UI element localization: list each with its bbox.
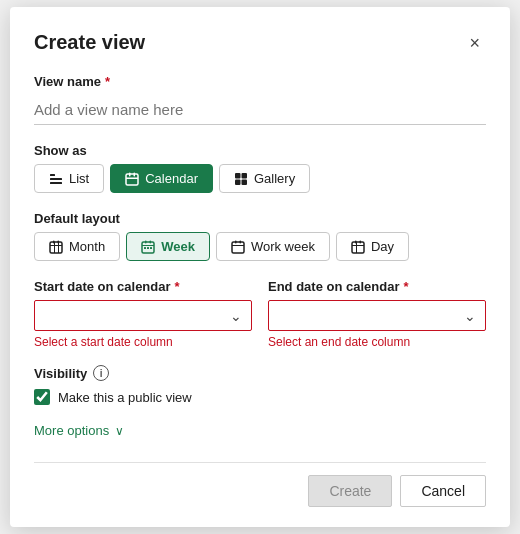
dialog-footer: Create Cancel [34, 462, 486, 507]
show-as-group: List Calendar [34, 164, 486, 193]
public-view-checkbox[interactable] [34, 389, 50, 405]
show-as-gallery-button[interactable]: Gallery [219, 164, 310, 193]
view-name-section: View name * [34, 74, 486, 125]
date-fields-row: Start date on calendar * Select a start … [34, 279, 486, 349]
show-as-calendar-label: Calendar [145, 171, 198, 186]
svg-rect-13 [54, 242, 55, 253]
show-as-calendar-button[interactable]: Calendar [110, 164, 213, 193]
end-date-select-wrapper [268, 300, 486, 331]
start-date-select[interactable] [34, 300, 252, 331]
svg-rect-21 [144, 247, 146, 249]
svg-rect-27 [239, 240, 241, 243]
show-as-section: Show as List [34, 143, 486, 193]
visibility-section: Visibility i Make this a public view [34, 365, 486, 405]
week-icon [141, 240, 155, 254]
svg-rect-20 [150, 240, 152, 243]
cancel-button[interactable]: Cancel [400, 475, 486, 507]
svg-rect-24 [232, 242, 244, 253]
visibility-label: Visibility i [34, 365, 486, 381]
svg-rect-2 [50, 182, 62, 184]
svg-rect-10 [242, 179, 248, 185]
show-as-list-button[interactable]: List [34, 164, 104, 193]
public-view-row: Make this a public view [34, 389, 486, 405]
layout-day-button[interactable]: Day [336, 232, 409, 261]
day-icon [351, 240, 365, 254]
start-date-select-wrapper [34, 300, 252, 331]
view-name-input[interactable] [34, 95, 486, 125]
dialog-header: Create view × [34, 31, 486, 54]
svg-rect-32 [356, 242, 357, 253]
start-date-label: Start date on calendar * [34, 279, 252, 294]
svg-rect-19 [145, 240, 147, 243]
layout-week-button[interactable]: Week [126, 232, 210, 261]
chevron-down-icon: ∨ [115, 424, 124, 438]
calendar-icon [125, 172, 139, 186]
svg-rect-23 [150, 247, 152, 249]
svg-rect-31 [359, 240, 361, 243]
svg-rect-16 [58, 240, 60, 243]
svg-rect-0 [50, 174, 55, 176]
workweek-icon [231, 240, 245, 254]
show-as-list-label: List [69, 171, 89, 186]
svg-rect-4 [129, 172, 131, 176]
layout-week-label: Week [161, 239, 195, 254]
svg-rect-25 [232, 245, 244, 246]
svg-rect-7 [235, 173, 241, 179]
svg-rect-26 [235, 240, 237, 243]
svg-rect-15 [53, 240, 55, 243]
layout-month-label: Month [69, 239, 105, 254]
svg-rect-12 [50, 245, 62, 246]
end-date-label: End date on calendar * [268, 279, 486, 294]
svg-rect-6 [126, 177, 138, 179]
show-as-gallery-label: Gallery [254, 171, 295, 186]
svg-rect-9 [235, 179, 241, 185]
svg-rect-14 [58, 242, 59, 253]
svg-rect-1 [50, 178, 62, 180]
svg-rect-11 [50, 242, 62, 253]
gallery-icon [234, 172, 248, 186]
layout-group: Month Week [34, 232, 486, 261]
layout-month-button[interactable]: Month [34, 232, 120, 261]
end-date-select[interactable] [268, 300, 486, 331]
more-options-button[interactable]: More options ∨ [34, 423, 124, 438]
create-view-dialog: Create view × View name * Show as [10, 7, 510, 527]
start-date-error: Select a start date column [34, 335, 252, 349]
layout-workweek-button[interactable]: Work week [216, 232, 330, 261]
info-icon[interactable]: i [93, 365, 109, 381]
create-button[interactable]: Create [308, 475, 392, 507]
svg-rect-22 [147, 247, 149, 249]
end-date-field: End date on calendar * Select an end dat… [268, 279, 486, 349]
default-layout-label: Default layout [34, 211, 486, 226]
close-button[interactable]: × [463, 32, 486, 54]
svg-rect-8 [242, 173, 248, 179]
default-layout-section: Default layout Month [34, 211, 486, 261]
layout-workweek-label: Work week [251, 239, 315, 254]
dialog-title: Create view [34, 31, 145, 54]
svg-rect-18 [142, 245, 154, 246]
svg-rect-28 [352, 242, 364, 253]
view-name-label: View name * [34, 74, 486, 89]
svg-rect-3 [126, 174, 138, 185]
month-icon [49, 240, 63, 254]
show-as-label: Show as [34, 143, 486, 158]
public-view-label: Make this a public view [58, 390, 192, 405]
more-options-label: More options [34, 423, 109, 438]
layout-day-label: Day [371, 239, 394, 254]
svg-rect-5 [134, 172, 136, 176]
start-date-field: Start date on calendar * Select a start … [34, 279, 252, 349]
svg-rect-29 [352, 245, 364, 246]
list-icon [49, 172, 63, 186]
end-date-error: Select an end date column [268, 335, 486, 349]
